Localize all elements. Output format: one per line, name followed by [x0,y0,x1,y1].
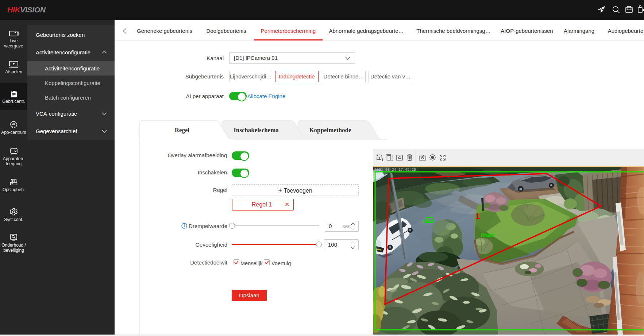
svg-text:2021-08-24 17:45:28: 2021-08-24 17:45:28 [374,168,416,172]
svg-text:Koppelmethode: Koppelmethode [309,127,351,134]
svg-text:1: 1 [475,212,480,221]
svg-text:Regel: Regel [175,127,190,134]
svg-text:max: max [481,231,495,239]
svg-text:min: min [423,217,434,224]
svg-text:AI: AI [12,122,15,125]
svg-text:Inschakelschema: Inschakelschema [234,127,279,134]
